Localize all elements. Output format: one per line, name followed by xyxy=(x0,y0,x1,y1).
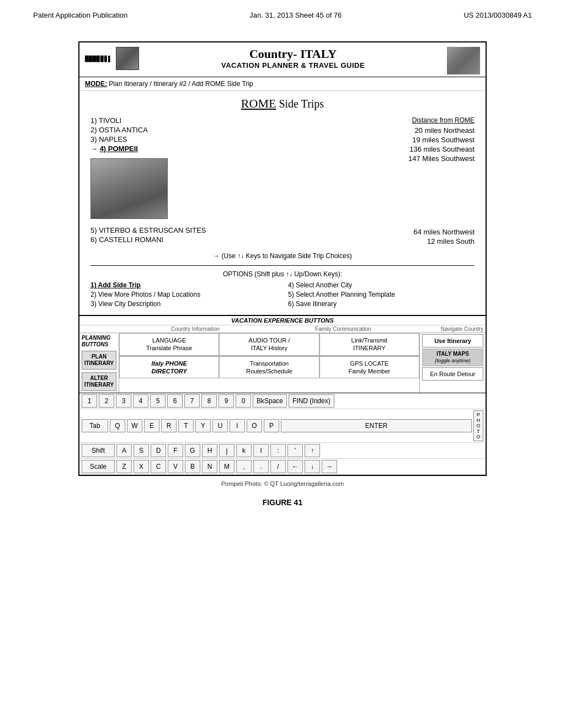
italy-phone-btn[interactable]: Italy PHONEDIRECTORY xyxy=(119,356,219,379)
use-itinerary-btn[interactable]: Use Itinerary xyxy=(422,334,483,347)
patent-right: US 2013/0030849 A1 xyxy=(463,11,532,19)
key-z[interactable]: Z xyxy=(116,460,132,473)
transportation-btn[interactable]: TransportationRoutes/Schedule xyxy=(219,356,319,379)
key-t[interactable]: T xyxy=(178,419,194,432)
sub-headers-row: Country Information Family Communication… xyxy=(79,325,486,333)
key-a[interactable]: A xyxy=(116,444,132,457)
key-up[interactable]: ↑ xyxy=(305,444,320,457)
photo-credit: Pompeii Photo: © QT Luong/terragalleria.… xyxy=(33,480,532,487)
key-i[interactable]: I xyxy=(230,419,245,432)
key-5[interactable]: 5 xyxy=(150,394,166,408)
sub-hdr-empty xyxy=(82,326,121,332)
key-enter[interactable]: ENTER xyxy=(281,419,472,432)
key-q[interactable]: Q xyxy=(110,419,125,432)
distance-spacer xyxy=(288,164,475,228)
trip-5[interactable]: 5) VITERBO & ESTRUSCAN SITES xyxy=(90,226,277,234)
key-h[interactable]: H xyxy=(202,444,217,457)
sub-hdr-country: Country Information xyxy=(121,326,269,332)
pompeii-image xyxy=(90,158,168,219)
key-n[interactable]: N xyxy=(202,460,217,473)
key-scale[interactable]: Scale xyxy=(82,460,115,473)
link-transmit-btn[interactable]: Link/TransmitITINERARY xyxy=(319,333,419,356)
key-2[interactable]: 2 xyxy=(99,394,114,408)
key-tab[interactable]: Tab xyxy=(82,419,108,432)
key-9[interactable]: 9 xyxy=(218,394,234,408)
kb-row-qwerty: Tab Q W E R T Y U I O P ENTER P H O T O xyxy=(79,409,486,443)
trip-1[interactable]: 1) TIVOLI xyxy=(90,116,277,125)
language-btn[interactable]: LANGUAGETranslate Phrase xyxy=(119,333,219,356)
main-btns-col: LANGUAGETranslate Phrase AUDIO TOUR /ITA… xyxy=(119,333,419,393)
key-s[interactable]: S xyxy=(134,444,149,457)
trip-6[interactable]: 6) CASTELLI ROMANI xyxy=(90,235,277,244)
trip-3[interactable]: 3) NAPLES xyxy=(90,135,277,143)
key-down[interactable]: ↓ xyxy=(305,460,320,473)
key-d[interactable]: D xyxy=(151,444,166,457)
option-4[interactable]: 4) Select Another City xyxy=(288,281,475,289)
key-w[interactable]: W xyxy=(127,419,142,432)
btn-rows: PLANNINGBUTTONS PLAN ITINERARY ALTER ITI… xyxy=(79,333,486,393)
key-find[interactable]: FIND (Index) xyxy=(289,394,334,408)
key-comma[interactable]: , xyxy=(236,460,252,473)
key-colon[interactable]: : xyxy=(270,444,286,457)
plan-itinerary-btn[interactable]: PLAN ITINERARY xyxy=(82,351,116,370)
options-section: OPTIONS (Shift plus ↑↓ Up/Down Keys): 1)… xyxy=(90,270,475,309)
key-6[interactable]: 6 xyxy=(167,394,183,408)
trip-2[interactable]: 2) OSTIA ANTICA xyxy=(90,126,277,134)
key-shift[interactable]: Shift xyxy=(82,444,115,457)
key-x[interactable]: X xyxy=(134,460,149,473)
distance-6: 12 miles South xyxy=(288,237,475,245)
patent-header: Patent Application Publication Jan. 31, … xyxy=(33,11,532,19)
key-f[interactable]: F xyxy=(168,444,183,457)
vac-exp-header: VACATION EXPERIENCE BUTTONS xyxy=(79,316,486,325)
audio-tour-btn[interactable]: AUDIO TOUR /ITALY History xyxy=(219,333,319,356)
trip-4[interactable]: → 4) POMPEII xyxy=(90,144,277,153)
key-photo[interactable]: P H O T O xyxy=(473,410,483,441)
key-period[interactable]: . xyxy=(253,460,269,473)
trips-right: Distance from ROME 20 miles Northeast 19… xyxy=(288,116,475,247)
thumb-image xyxy=(447,47,480,74)
key-7[interactable]: 7 xyxy=(184,394,200,408)
page-wrapper: Patent Application Publication Jan. 31, … xyxy=(0,0,565,728)
key-k[interactable]: k xyxy=(236,444,252,457)
key-right[interactable]: → xyxy=(322,460,337,473)
key-bkspace[interactable]: BkSpace xyxy=(253,394,287,408)
key-g[interactable]: G xyxy=(185,444,200,457)
key-p[interactable]: P xyxy=(264,419,279,432)
key-l[interactable]: l xyxy=(253,444,269,457)
option-5[interactable]: 5) Select Another Planning Template xyxy=(288,291,475,298)
key-left[interactable]: ← xyxy=(287,460,303,473)
mode-label: MODE: xyxy=(85,80,107,88)
en-route-btn[interactable]: En Route Detour xyxy=(422,367,483,381)
italy-maps-btn[interactable]: ITALY MAPS (toggle anytime) xyxy=(422,349,483,366)
key-c[interactable]: C xyxy=(151,460,166,473)
key-1[interactable]: 1 xyxy=(82,394,97,408)
key-j[interactable]: j xyxy=(219,444,234,457)
rome-title-post: Side Trips xyxy=(276,98,324,110)
key-quote[interactable]: ' xyxy=(287,444,303,457)
key-slash[interactable]: / xyxy=(270,460,286,473)
patent-middle: Jan. 31, 2013 Sheet 45 of 76 xyxy=(249,11,342,19)
key-e[interactable]: E xyxy=(144,419,159,432)
key-8[interactable]: 8 xyxy=(201,394,217,408)
key-v[interactable]: V xyxy=(168,460,183,473)
key-b[interactable]: B xyxy=(185,460,200,473)
mode-bar: MODE: Plan Itinerary / Itinerary #2 / Ad… xyxy=(79,77,486,91)
key-r[interactable]: R xyxy=(161,419,177,432)
key-o[interactable]: O xyxy=(247,419,262,432)
key-4[interactable]: 4 xyxy=(133,394,148,408)
distance-2: 19 miles Southwest xyxy=(288,136,475,144)
planning-col: PLANNINGBUTTONS PLAN ITINERARY ALTER ITI… xyxy=(79,333,119,393)
key-3[interactable]: 3 xyxy=(116,394,131,408)
key-0[interactable]: 0 xyxy=(236,394,251,408)
gps-locate-btn[interactable]: GPS LOCATEFamily Member xyxy=(319,356,419,379)
option-1[interactable]: 1) Add Side Trip xyxy=(90,281,277,289)
key-m[interactable]: M xyxy=(219,460,234,473)
key-y[interactable]: Y xyxy=(195,419,211,432)
divider xyxy=(90,265,475,266)
option-6[interactable]: 6) Save Itinerary xyxy=(288,300,475,308)
key-u[interactable]: U xyxy=(212,419,228,432)
option-2[interactable]: 2) View More Photos / Map Locations xyxy=(90,291,277,298)
header-center: Country- ITALY VACATION PLANNER & TRAVEL… xyxy=(139,47,447,69)
alter-itinerary-btn[interactable]: ALTER ITINERARY xyxy=(82,372,116,391)
option-3[interactable]: 3) View City Description xyxy=(90,300,277,308)
